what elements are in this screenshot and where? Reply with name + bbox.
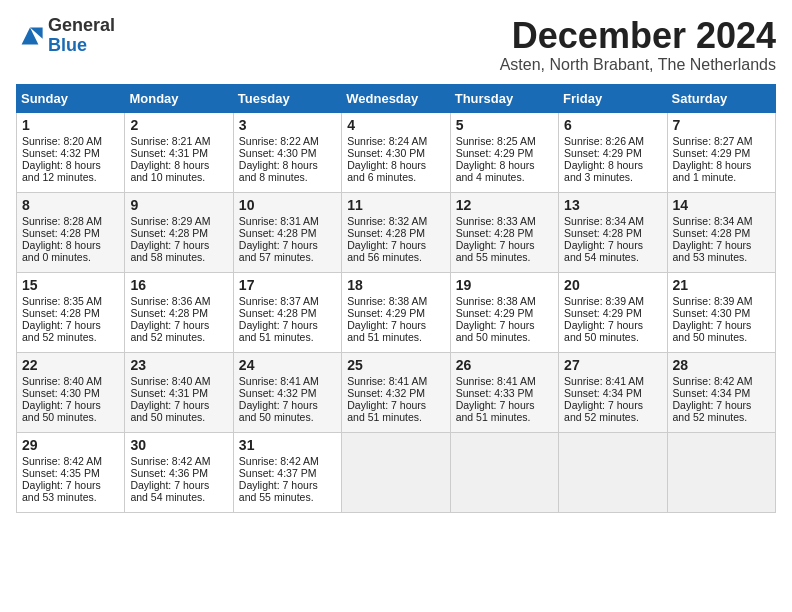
sunrise-text: Sunrise: 8:26 AM bbox=[564, 135, 644, 147]
day-number: 31 bbox=[239, 437, 336, 453]
daylight-text: Daylight: 8 hours and 1 minute. bbox=[673, 159, 752, 183]
sunset-text: Sunset: 4:28 PM bbox=[22, 227, 100, 239]
day-cell-8: 8Sunrise: 8:28 AMSunset: 4:28 PMDaylight… bbox=[17, 192, 125, 272]
day-number: 25 bbox=[347, 357, 444, 373]
header-thursday: Thursday bbox=[450, 84, 558, 112]
daylight-text: Daylight: 7 hours and 51 minutes. bbox=[456, 399, 535, 423]
day-cell-22: 22Sunrise: 8:40 AMSunset: 4:30 PMDayligh… bbox=[17, 352, 125, 432]
sunrise-text: Sunrise: 8:40 AM bbox=[22, 375, 102, 387]
sunrise-text: Sunrise: 8:41 AM bbox=[456, 375, 536, 387]
daylight-text: Daylight: 8 hours and 3 minutes. bbox=[564, 159, 643, 183]
header-sunday: Sunday bbox=[17, 84, 125, 112]
logo-blue: Blue bbox=[48, 36, 115, 56]
daylight-text: Daylight: 7 hours and 51 minutes. bbox=[239, 319, 318, 343]
day-cell-24: 24Sunrise: 8:41 AMSunset: 4:32 PMDayligh… bbox=[233, 352, 341, 432]
daylight-text: Daylight: 7 hours and 54 minutes. bbox=[564, 239, 643, 263]
sunset-text: Sunset: 4:29 PM bbox=[456, 307, 534, 319]
sunset-text: Sunset: 4:28 PM bbox=[456, 227, 534, 239]
sunset-text: Sunset: 4:28 PM bbox=[564, 227, 642, 239]
sunset-text: Sunset: 4:33 PM bbox=[456, 387, 534, 399]
empty-cell bbox=[450, 432, 558, 512]
daylight-text: Daylight: 7 hours and 55 minutes. bbox=[456, 239, 535, 263]
sunset-text: Sunset: 4:30 PM bbox=[347, 147, 425, 159]
sunrise-text: Sunrise: 8:35 AM bbox=[22, 295, 102, 307]
header-tuesday: Tuesday bbox=[233, 84, 341, 112]
sunrise-text: Sunrise: 8:29 AM bbox=[130, 215, 210, 227]
sunset-text: Sunset: 4:32 PM bbox=[22, 147, 100, 159]
daylight-text: Daylight: 8 hours and 0 minutes. bbox=[22, 239, 101, 263]
daylight-text: Daylight: 7 hours and 50 minutes. bbox=[673, 319, 752, 343]
sunset-text: Sunset: 4:32 PM bbox=[347, 387, 425, 399]
logo-icon bbox=[16, 22, 44, 50]
daylight-text: Daylight: 7 hours and 53 minutes. bbox=[22, 479, 101, 503]
sunset-text: Sunset: 4:34 PM bbox=[564, 387, 642, 399]
sunset-text: Sunset: 4:28 PM bbox=[347, 227, 425, 239]
day-cell-3: 3Sunrise: 8:22 AMSunset: 4:30 PMDaylight… bbox=[233, 112, 341, 192]
day-cell-5: 5Sunrise: 8:25 AMSunset: 4:29 PMDaylight… bbox=[450, 112, 558, 192]
sunset-text: Sunset: 4:28 PM bbox=[239, 227, 317, 239]
day-cell-11: 11Sunrise: 8:32 AMSunset: 4:28 PMDayligh… bbox=[342, 192, 450, 272]
sunrise-text: Sunrise: 8:38 AM bbox=[347, 295, 427, 307]
sunrise-text: Sunrise: 8:41 AM bbox=[347, 375, 427, 387]
sunset-text: Sunset: 4:28 PM bbox=[130, 227, 208, 239]
sunrise-text: Sunrise: 8:31 AM bbox=[239, 215, 319, 227]
title-section: December 2024 Asten, North Brabant, The … bbox=[500, 16, 776, 74]
header-monday: Monday bbox=[125, 84, 233, 112]
daylight-text: Daylight: 7 hours and 50 minutes. bbox=[239, 399, 318, 423]
header-saturday: Saturday bbox=[667, 84, 775, 112]
day-cell-17: 17Sunrise: 8:37 AMSunset: 4:28 PMDayligh… bbox=[233, 272, 341, 352]
sunrise-text: Sunrise: 8:42 AM bbox=[22, 455, 102, 467]
sunrise-text: Sunrise: 8:38 AM bbox=[456, 295, 536, 307]
day-cell-28: 28Sunrise: 8:42 AMSunset: 4:34 PMDayligh… bbox=[667, 352, 775, 432]
day-number: 3 bbox=[239, 117, 336, 133]
day-number: 6 bbox=[564, 117, 661, 133]
day-cell-4: 4Sunrise: 8:24 AMSunset: 4:30 PMDaylight… bbox=[342, 112, 450, 192]
day-number: 30 bbox=[130, 437, 227, 453]
calendar-table: Sunday Monday Tuesday Wednesday Thursday… bbox=[16, 84, 776, 513]
day-number: 18 bbox=[347, 277, 444, 293]
day-number: 7 bbox=[673, 117, 770, 133]
day-number: 11 bbox=[347, 197, 444, 213]
day-number: 28 bbox=[673, 357, 770, 373]
calendar-week-4: 22Sunrise: 8:40 AMSunset: 4:30 PMDayligh… bbox=[17, 352, 776, 432]
header-row: Sunday Monday Tuesday Wednesday Thursday… bbox=[17, 84, 776, 112]
day-cell-20: 20Sunrise: 8:39 AMSunset: 4:29 PMDayligh… bbox=[559, 272, 667, 352]
daylight-text: Daylight: 7 hours and 50 minutes. bbox=[456, 319, 535, 343]
sunrise-text: Sunrise: 8:41 AM bbox=[564, 375, 644, 387]
daylight-text: Daylight: 7 hours and 58 minutes. bbox=[130, 239, 209, 263]
sunrise-text: Sunrise: 8:39 AM bbox=[673, 295, 753, 307]
daylight-text: Daylight: 7 hours and 51 minutes. bbox=[347, 399, 426, 423]
daylight-text: Daylight: 7 hours and 50 minutes. bbox=[22, 399, 101, 423]
sunset-text: Sunset: 4:29 PM bbox=[564, 307, 642, 319]
sunrise-text: Sunrise: 8:21 AM bbox=[130, 135, 210, 147]
daylight-text: Daylight: 7 hours and 51 minutes. bbox=[347, 319, 426, 343]
sunset-text: Sunset: 4:28 PM bbox=[130, 307, 208, 319]
sunrise-text: Sunrise: 8:41 AM bbox=[239, 375, 319, 387]
sunrise-text: Sunrise: 8:32 AM bbox=[347, 215, 427, 227]
day-number: 23 bbox=[130, 357, 227, 373]
daylight-text: Daylight: 7 hours and 52 minutes. bbox=[22, 319, 101, 343]
day-cell-9: 9Sunrise: 8:29 AMSunset: 4:28 PMDaylight… bbox=[125, 192, 233, 272]
sunset-text: Sunset: 4:30 PM bbox=[239, 147, 317, 159]
sunset-text: Sunset: 4:28 PM bbox=[22, 307, 100, 319]
sunrise-text: Sunrise: 8:22 AM bbox=[239, 135, 319, 147]
calendar-week-5: 29Sunrise: 8:42 AMSunset: 4:35 PMDayligh… bbox=[17, 432, 776, 512]
day-cell-27: 27Sunrise: 8:41 AMSunset: 4:34 PMDayligh… bbox=[559, 352, 667, 432]
day-number: 1 bbox=[22, 117, 119, 133]
day-cell-23: 23Sunrise: 8:40 AMSunset: 4:31 PMDayligh… bbox=[125, 352, 233, 432]
daylight-text: Daylight: 7 hours and 52 minutes. bbox=[673, 399, 752, 423]
day-cell-18: 18Sunrise: 8:38 AMSunset: 4:29 PMDayligh… bbox=[342, 272, 450, 352]
calendar-week-3: 15Sunrise: 8:35 AMSunset: 4:28 PMDayligh… bbox=[17, 272, 776, 352]
daylight-text: Daylight: 7 hours and 50 minutes. bbox=[564, 319, 643, 343]
month-title: December 2024 bbox=[500, 16, 776, 56]
day-cell-25: 25Sunrise: 8:41 AMSunset: 4:32 PMDayligh… bbox=[342, 352, 450, 432]
sunset-text: Sunset: 4:29 PM bbox=[564, 147, 642, 159]
day-cell-10: 10Sunrise: 8:31 AMSunset: 4:28 PMDayligh… bbox=[233, 192, 341, 272]
daylight-text: Daylight: 7 hours and 53 minutes. bbox=[673, 239, 752, 263]
sunset-text: Sunset: 4:28 PM bbox=[673, 227, 751, 239]
daylight-text: Daylight: 8 hours and 10 minutes. bbox=[130, 159, 209, 183]
day-number: 13 bbox=[564, 197, 661, 213]
sunset-text: Sunset: 4:35 PM bbox=[22, 467, 100, 479]
day-cell-31: 31Sunrise: 8:42 AMSunset: 4:37 PMDayligh… bbox=[233, 432, 341, 512]
day-number: 21 bbox=[673, 277, 770, 293]
